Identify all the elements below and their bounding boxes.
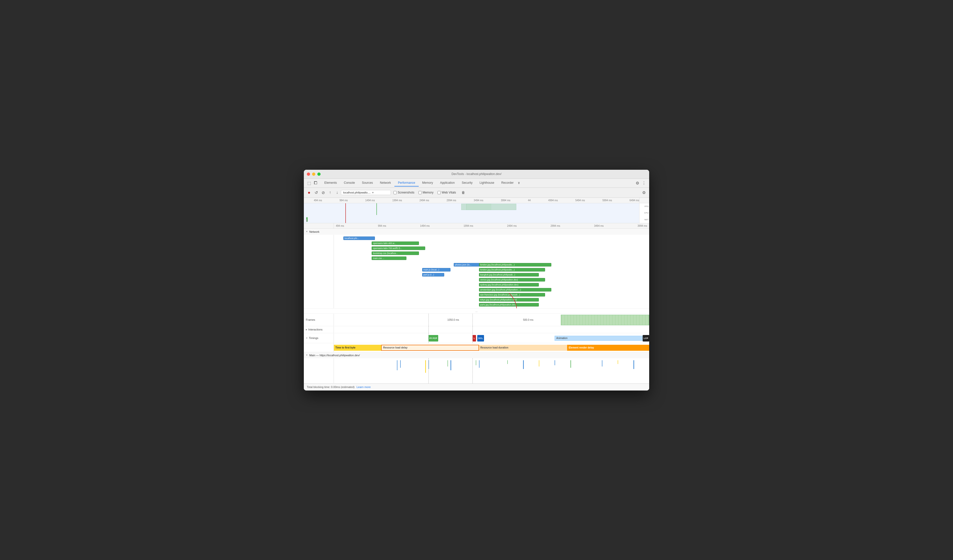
- track-bar-amsterdamjpg[interactable]: amsterdam.jpg (localhost.philipwalton...…: [479, 288, 552, 291]
- close-button[interactable]: [307, 173, 310, 176]
- main-section-header[interactable]: ▼ Main — https://localhost.philipwalton.…: [304, 352, 649, 358]
- overview-flamechart: [306, 217, 639, 222]
- webvitals-checkbox[interactable]: [438, 191, 441, 194]
- learn-more-link[interactable]: Learn more: [357, 385, 371, 388]
- ruler-label-1494: 1494 ms: [365, 199, 375, 202]
- track-bar-bangkokjpg[interactable]: bangkok.jpg (localhost.philipwalt...): [479, 273, 539, 277]
- track-bar-parisjpg[interactable]: paris.jpg (localhost.philipwalton.dev): [479, 303, 539, 306]
- main-bar-8: [479, 360, 480, 368]
- main-bar-12: [554, 360, 555, 365]
- memory-checkbox-label[interactable]: Memory: [418, 191, 433, 194]
- tab-application[interactable]: Application: [436, 179, 458, 187]
- track-row-11: amsterdam.jpg (localhost.philipwalton...…: [334, 287, 649, 292]
- frames-time-500: 500.0 ms: [523, 319, 533, 321]
- tab-performance[interactable]: Performance: [394, 179, 419, 187]
- track-bar-londonjpg2[interactable]: london.jpg (localhost.philipwalto...): [479, 268, 545, 272]
- interactions-expand-icon: ▶: [306, 328, 307, 331]
- devtools-window: DevTools - localhost.philipwalton.dev/ ⬚…: [304, 170, 649, 390]
- net-label: NET: [639, 216, 649, 223]
- main-bar-13: [570, 360, 571, 368]
- ruler-label-494: 494 ms: [314, 199, 322, 202]
- track-bar-mainjs[interactable]: main.js (local...): [422, 268, 450, 272]
- track-bar-tokyojpg[interactable]: tokyo.jpg (localhost.philipwalton.dev): [479, 298, 539, 302]
- track-bar-sanfranciscojpg[interactable]: san-francisco.jpg (localhost.philipwalt.…: [479, 293, 545, 297]
- tab-recorder[interactable]: Recorder: [498, 179, 517, 187]
- ruler-label-4994: 4994 ms: [548, 199, 558, 202]
- timings-row: ▼ Timings FP FCP L DCL Animation: [304, 333, 649, 343]
- track-bar-opensans700[interactable]: opensans-latin-700.woff2 (l...: [372, 246, 425, 250]
- tab-lighthouse[interactable]: Lighthouse: [476, 179, 498, 187]
- maximize-button[interactable]: [317, 173, 321, 176]
- track-row-6: photos.json (lo... london.jpg (localhost…: [334, 262, 649, 267]
- track-row-9: venice.jpg (localhost.philipwalton.dev): [334, 277, 649, 282]
- fcp-marker: FCP: [432, 335, 438, 342]
- interactions-dashed-2: [472, 326, 473, 333]
- frames-row: Frames 1050.0 ms 500.0 ms: [304, 314, 649, 326]
- download-button[interactable]: ↓: [334, 189, 340, 196]
- l-marker: L: [472, 335, 476, 342]
- track-bar-opensans400[interactable]: opensans-latin-400.w...: [372, 241, 419, 245]
- memory-checkbox[interactable]: [418, 191, 422, 194]
- tab-security[interactable]: Security: [458, 179, 476, 187]
- upload-button[interactable]: ↑: [327, 189, 333, 196]
- network-tracks-container: localhost.phi... opensans-latin-400.w...…: [304, 235, 649, 308]
- track-bar-venicejpg[interactable]: venice.jpg (localhost.philipwalton.dev): [479, 278, 545, 282]
- tab-memory[interactable]: Memory: [419, 179, 436, 187]
- network-label: Network: [309, 230, 319, 233]
- tab-elements[interactable]: Elements: [321, 179, 340, 187]
- screenshots-checkbox-label[interactable]: Screenshots: [393, 191, 414, 194]
- frames-label: Frames: [304, 314, 334, 326]
- ruler-label-3494: 3494 ms: [474, 199, 483, 202]
- screenshots-checkbox[interactable]: [393, 191, 397, 194]
- webvitals-checkbox-label[interactable]: Web Vitals: [438, 191, 456, 194]
- record-button[interactable]: ●: [306, 189, 312, 196]
- url-dropdown-icon[interactable]: ▼: [372, 191, 374, 194]
- tab-console[interactable]: Console: [340, 179, 359, 187]
- tab-network[interactable]: Network: [376, 179, 394, 187]
- track-row-4: bootstrap.css (localhos...: [334, 251, 649, 256]
- tab-sources[interactable]: Sources: [359, 179, 376, 187]
- titlebar: DevTools - localhost.philipwalton.dev/: [304, 170, 649, 179]
- track-bar-localhost[interactable]: localhost.phi...: [343, 237, 375, 240]
- main-bar-6: [450, 360, 451, 370]
- perf-bars-content: Time to first byte Resource load delay R…: [334, 343, 649, 352]
- ruler-label-994: 994 ms: [340, 199, 348, 202]
- track-row-13: tokyo.jpg (localhost.philipwalton.dev): [334, 297, 649, 302]
- track-row-1: localhost.phi...: [334, 236, 649, 241]
- stop-button[interactable]: ⊘: [320, 189, 326, 196]
- reload-button[interactable]: ↺: [313, 189, 319, 196]
- settings-button[interactable]: ⚙: [641, 189, 647, 196]
- track-bar-maincss[interactable]: main.css ...: [372, 257, 407, 260]
- resource-load-duration-bar: Resource load duration: [479, 345, 567, 351]
- main-left: [304, 358, 334, 383]
- ruler-label-5994: 5994 ms: [602, 199, 612, 202]
- tl-3994: 3994 ms: [638, 224, 647, 227]
- track-row-10: sydney.jpg (localhost.philipwalton.dev): [334, 282, 649, 287]
- track-row-8: perf.js (l...) bangkok.jpg (localhost.ph…: [334, 272, 649, 277]
- timings-label[interactable]: ▼ Timings: [304, 333, 334, 343]
- main-bar-2: [400, 360, 400, 368]
- animation-bar: Animation: [554, 336, 649, 341]
- tl-994: 994 ms: [378, 224, 386, 227]
- track-bar-londonjpg1[interactable]: london.jpg (localhost.philipwalto...): [479, 263, 552, 266]
- timings-expand-icon: ▼: [306, 337, 308, 339]
- tl-494: 494 ms: [336, 224, 344, 227]
- frames-green-bar: [561, 315, 649, 325]
- track-bar-perfjs[interactable]: perf.js (l...): [422, 273, 444, 277]
- ruler-label-44: 44: [528, 199, 531, 202]
- url-bar[interactable]: localhost.philipwalto.... ▼: [341, 190, 391, 195]
- more-options-icon[interactable]: ⋮: [641, 180, 647, 186]
- element-picker-icon[interactable]: ⬚: [306, 180, 312, 186]
- network-section-header[interactable]: ▼ Network: [304, 229, 649, 235]
- interactions-content: [334, 326, 649, 333]
- minimize-button[interactable]: [312, 173, 315, 176]
- track-bar-bootstrap[interactable]: bootstrap.css (localhos...: [372, 252, 419, 255]
- ellipsis-separator: ...: [304, 308, 649, 314]
- interactions-dashed-1: [428, 326, 429, 333]
- settings-gear-icon[interactable]: ⚙: [634, 180, 641, 186]
- interactions-label[interactable]: ▶ Interactions: [304, 326, 334, 333]
- track-bar-sydneyjpg[interactable]: sydney.jpg (localhost.philipwalton.dev): [479, 283, 539, 286]
- clear-button[interactable]: 🗑: [460, 189, 467, 196]
- device-toggle-icon[interactable]: ⧠: [312, 180, 319, 186]
- overview-red-line: [345, 203, 346, 223]
